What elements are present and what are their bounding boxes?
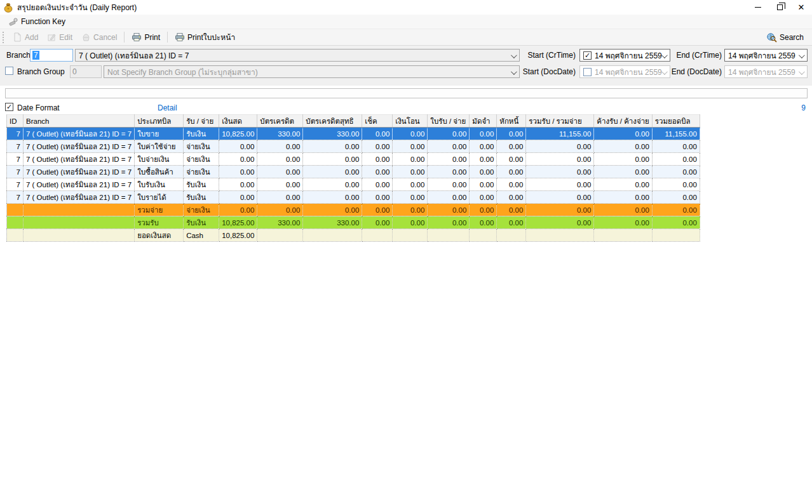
table-row[interactable]: ยอดเงินสดCash10,825.00 (7, 229, 700, 242)
cell: 0.00 (219, 191, 257, 204)
cell: 0.00 (526, 216, 594, 229)
search-button[interactable]: Search (762, 31, 808, 44)
column-header[interactable]: เงินโอน (393, 115, 428, 128)
column-header[interactable]: หักหนี้ (497, 115, 526, 128)
money-bag-icon (3, 3, 13, 13)
cell: 0.00 (393, 216, 428, 229)
cell: 0.00 (497, 166, 526, 178)
table-row[interactable]: รวมรับรับเงิน10,825.00330.00330.000.000.… (7, 216, 700, 229)
add-button[interactable]: Add (8, 31, 43, 43)
window-title: สรุปยอดเงินประจำวัน (Daily Report) (17, 1, 137, 13)
cell: 7 (7, 178, 24, 191)
column-header[interactable]: รวมยอดบิล (652, 115, 700, 128)
column-header[interactable]: มัดจำ (470, 115, 497, 128)
cell: 11,155.00 (526, 128, 594, 140)
edit-button[interactable]: Edit (43, 31, 77, 43)
cell: 0.00 (219, 178, 257, 191)
column-header[interactable]: ค้างรับ / ค้างจ่าย (594, 115, 653, 128)
toolbar-grip[interactable] (3, 32, 4, 43)
cell: 0.00 (526, 178, 594, 191)
table-row[interactable]: 77 ( Outlet) (เทอร์มินอล 21) ID = 7ใบขาย… (7, 128, 700, 140)
cell: 0.00 (652, 191, 700, 204)
cell: รวมรับ (135, 216, 184, 229)
cell: 0.00 (362, 191, 393, 204)
start-docdate-datepicker[interactable]: ✓ 14 พฤศจิกายน 2559 (579, 65, 670, 78)
table-row[interactable]: 77 ( Outlet) (เทอร์มินอล 21) ID = 7ใบรับ… (7, 178, 700, 191)
table-row[interactable]: 77 ( Outlet) (เทอร์มินอล 21) ID = 7ใบค่า… (7, 140, 700, 153)
end-crtime-label: End (CrTime) (675, 51, 722, 60)
cell: 0.00 (393, 153, 428, 166)
cell: 0.00 (303, 191, 362, 204)
status-textbox[interactable] (5, 88, 808, 98)
cell: 0.00 (594, 128, 653, 140)
cell: 0.00 (362, 140, 393, 153)
column-header[interactable]: ใบรับ / จ่าย (428, 115, 470, 128)
cell: 0.00 (362, 128, 393, 140)
main-area: ✓ Date Format Detail 9 IDBranchประเภทบิล… (0, 86, 812, 504)
branch-label: Branch (6, 51, 30, 60)
cancel-icon (81, 32, 91, 42)
cell: 0.00 (257, 178, 303, 191)
cell: ยอดเงินสด (135, 229, 184, 242)
table-row[interactable]: 77 ( Outlet) (เทอร์มินอล 21) ID = 7ใบซื้… (7, 166, 700, 178)
cell: ใบซื้อสินค้า (135, 166, 184, 178)
cell: ใบรับเงิน (135, 178, 184, 191)
table-row[interactable]: 77 ( Outlet) (เทอร์มินอล 21) ID = 7ใบจ่า… (7, 153, 700, 166)
branch-group-checkbox[interactable]: ✓ (5, 67, 13, 75)
start-docdate-value: 14 พฤศจิกายน 2559 (595, 66, 662, 78)
column-header[interactable]: บัตรเครดิตสุทธิ (303, 115, 362, 128)
cell: 0.00 (652, 166, 700, 178)
column-header[interactable]: เงินสด (219, 115, 257, 128)
end-docdate-datepicker[interactable]: 14 พฤศจิกายน 2559 (724, 65, 808, 78)
options-row: ✓ Date Format Detail 9 (0, 102, 812, 114)
cell: 0.00 (219, 204, 257, 216)
restore-button[interactable] (769, 0, 790, 15)
column-header[interactable]: Branch (24, 115, 135, 128)
start-docdate-checkbox[interactable]: ✓ (583, 68, 592, 76)
cell: 0.00 (428, 128, 470, 140)
branch-group-combobox[interactable]: Not Specify Branch Group (ไม่ระบุกลุ่มสา… (104, 65, 520, 78)
app-window: สรุปยอดเงินประจำวัน (Daily Report) ✕ Fun… (0, 0, 812, 504)
column-header[interactable]: ประเภทบิล (135, 115, 184, 128)
cell: 0.00 (594, 166, 653, 178)
start-crtime-checkbox[interactable]: ✓ (583, 51, 592, 60)
column-header[interactable]: บัตรเครดิต (257, 115, 303, 128)
cell: 0.00 (219, 140, 257, 153)
table-row[interactable]: 77 ( Outlet) (เทอร์มินอล 21) ID = 7ใบราย… (7, 191, 700, 204)
detail-link[interactable]: Detail (158, 103, 177, 112)
branch-id-input[interactable]: 7 (30, 49, 73, 62)
column-header[interactable]: รับ / จ่าย (184, 115, 219, 128)
column-header[interactable]: รวมรับ / รวมจ่าย (526, 115, 594, 128)
branch-combobox-value: 7 ( Outlet) (เทอร์มินอล 21) ID = 7 (79, 50, 189, 62)
cancel-button[interactable]: Cancel (77, 31, 121, 43)
print-button[interactable]: Print (127, 31, 165, 43)
branch-group-id-input[interactable]: 0 (70, 65, 102, 78)
cell: 0.00 (470, 204, 497, 216)
start-crtime-value: 14 พฤศจิกายน 2559 (595, 50, 662, 62)
column-header[interactable]: ID (7, 115, 24, 128)
chevron-down-icon (511, 52, 517, 58)
start-crtime-label: Start (CrTime) (527, 51, 576, 60)
cell: ใบรายได้ (135, 191, 184, 204)
cell: 0.00 (652, 178, 700, 191)
close-button[interactable]: ✕ (790, 0, 812, 15)
print-cover-button[interactable]: Printใบปะหน้า (170, 30, 240, 44)
cell: 0.00 (652, 216, 700, 229)
branch-combobox[interactable]: 7 ( Outlet) (เทอร์มินอล 21) ID = 7 (75, 49, 520, 62)
column-header[interactable]: เช็ค (362, 115, 393, 128)
start-crtime-datepicker[interactable]: ✓ 14 พฤศจิกายน 2559 (579, 49, 670, 62)
menu-function-key[interactable]: Function Key (5, 16, 69, 27)
cell: รับเงิน (184, 216, 219, 229)
table-row[interactable]: รวมจ่ายจ่ายเงิน0.000.000.000.000.000.000… (7, 204, 700, 216)
cell (7, 229, 24, 242)
date-format-checkbox[interactable]: ✓ (5, 103, 13, 111)
cell (470, 229, 497, 242)
minimize-button[interactable] (747, 0, 769, 15)
end-crtime-datepicker[interactable]: 14 พฤศจิกายน 2559 (724, 49, 808, 62)
cell: 0.00 (362, 166, 393, 178)
cell: 0.00 (257, 204, 303, 216)
cell: จ่ายเงิน (184, 153, 219, 166)
cell (7, 204, 24, 216)
cell: 0.00 (362, 204, 393, 216)
cell: 10,825.00 (219, 128, 257, 140)
